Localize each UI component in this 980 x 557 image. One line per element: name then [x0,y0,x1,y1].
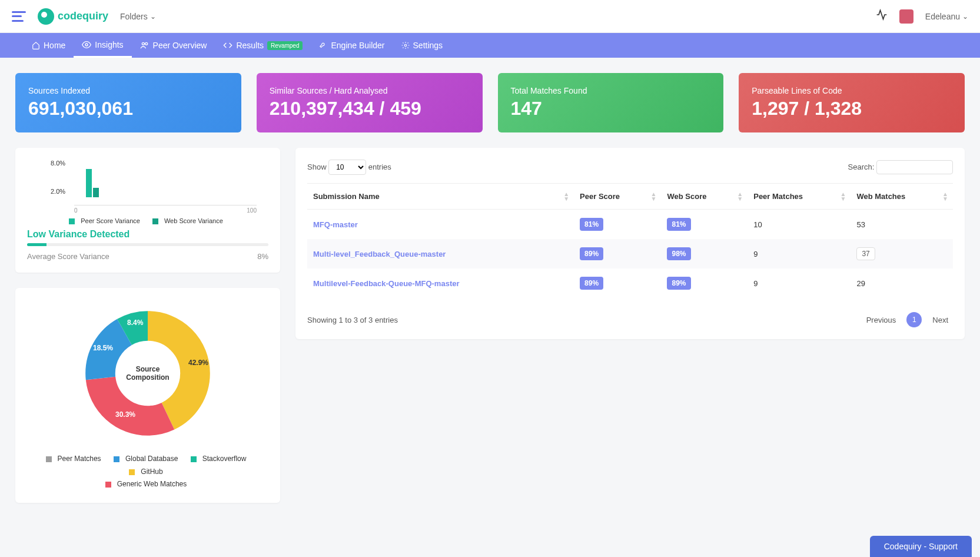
web-matches-value: 53 [856,220,865,229]
submission-link[interactable]: Multi-level_Feedback_Queue-master [313,250,446,258]
variance-title: Low Variance Detected [27,229,268,240]
submission-link[interactable]: MFQ-master [313,220,358,229]
stat-value: 691,030,061 [28,98,228,120]
code-icon [223,41,232,50]
page-number[interactable]: 1 [906,312,922,327]
svg-point-0 [85,44,88,46]
peer-matches-value: 9 [748,239,851,268]
variance-legend: Peer Score Variance Web Score Variance [27,217,268,224]
stat-sources-indexed: Sources Indexed 691,030,061 [15,73,241,132]
col-peer-score[interactable]: Peer Score▲▼ [574,184,661,210]
nav-insights[interactable]: Insights [74,33,131,58]
wrench-icon [319,41,327,49]
svg-point-2 [145,42,147,45]
stat-label: Similar Sources / Hard Analysed [270,86,470,95]
activity-icon[interactable] [876,9,888,24]
brand-icon [38,8,54,25]
variance-chart: 8.0% 2.0% 0100 [74,160,257,213]
table-row: Multi-level_Feedback_Queue-master89%98%9… [307,239,953,268]
peer-score-badge: 89% [580,277,603,290]
prev-button[interactable]: Previous [862,313,901,327]
variance-progress [27,243,268,246]
nav-results[interactable]: Results Revamped [215,33,311,58]
peer-score-badge: 89% [580,247,603,260]
stat-parseable-lines: Parseable Lines of Code 1,297 / 1,328 [739,73,965,132]
svg-point-1 [142,42,144,45]
peer-score-badge: 81% [580,218,603,231]
peer-matches-value: 9 [748,268,851,298]
nav-engine-builder[interactable]: Engine Builder [311,33,393,58]
pagination: Previous 1 Next [862,312,953,327]
menu-toggle-button[interactable] [12,11,26,22]
user-avatar-icon[interactable] [899,9,913,24]
stat-label: Total Matches Found [511,86,711,95]
web-score-badge: 98% [667,247,690,260]
search-control: Search: [848,160,953,174]
stat-similar-sources: Similar Sources / Hard Analysed 210,397,… [257,73,483,132]
main-nav: Home Insights Peer Overview Results Reva… [0,33,980,58]
stat-value: 1,297 / 1,328 [752,98,952,120]
peer-matches-value: 10 [748,210,851,240]
stat-total-matches: Total Matches Found 147 [498,73,724,132]
web-score-badge: 81% [667,218,690,231]
stat-value: 147 [511,98,711,120]
brand-logo[interactable]: codequiry [38,8,108,25]
folders-dropdown[interactable]: Folders [120,12,156,21]
variance-card: 8.0% 2.0% 0100 Peer Score Variance Web S… [15,148,280,273]
nav-home[interactable]: Home [24,33,74,58]
entries-select[interactable]: 10 [328,160,366,175]
submissions-table-card: Show 10 entries Search: Submission Name▲… [295,148,965,339]
col-web-matches[interactable]: Web Matches▲▼ [851,184,953,210]
eye-icon [82,40,91,49]
table-info: Showing 1 to 3 of 3 entries [307,316,398,324]
stats-row: Sources Indexed 691,030,061 Similar Sour… [15,73,965,132]
web-matches-value: 29 [856,279,865,288]
brand-name: codequiry [58,10,108,22]
table-row: MFQ-master81%81%1053 [307,210,953,240]
web-score-badge: 89% [667,277,690,290]
web-matches-value: 37 [856,247,875,260]
col-web-score[interactable]: Web Score▲▼ [661,184,748,210]
nav-peer-overview[interactable]: Peer Overview [132,33,215,58]
gear-icon [401,41,410,49]
col-peer-matches[interactable]: Peer Matches▲▼ [748,184,851,210]
revamped-badge: Revamped [267,41,303,50]
donut-legend: Peer Matches Global Database Stackoverfl… [27,453,268,491]
users-icon [140,41,150,50]
stat-label: Sources Indexed [28,86,228,95]
next-button[interactable]: Next [928,313,953,327]
stat-label: Parseable Lines of Code [752,86,952,95]
variance-footer-value: 8% [257,252,268,261]
svg-point-3 [404,44,407,47]
submission-link[interactable]: Multilevel-Feedback-Queue-MFQ-master [313,279,460,288]
submissions-table: Submission Name▲▼ Peer Score▲▼ Web Score… [307,183,953,298]
stat-value: 210,397,434 / 459 [270,98,470,120]
source-composition-chart: Source Composition 8.4% 18.5% 30.3% 42.9… [80,306,215,441]
home-icon [32,41,40,49]
table-row: Multilevel-Feedback-Queue-MFQ-master89%8… [307,268,953,298]
user-menu-dropdown[interactable]: Edeleanu [925,12,968,21]
topbar: codequiry Folders Edeleanu [0,0,980,33]
search-input[interactable] [876,160,953,174]
nav-settings[interactable]: Settings [393,33,451,58]
variance-footer-label: Average Score Variance [27,252,109,261]
entries-control: Show 10 entries [307,160,391,175]
col-submission-name[interactable]: Submission Name▲▼ [307,184,574,210]
donut-card: Source Composition 8.4% 18.5% 30.3% 42.9… [15,288,280,503]
